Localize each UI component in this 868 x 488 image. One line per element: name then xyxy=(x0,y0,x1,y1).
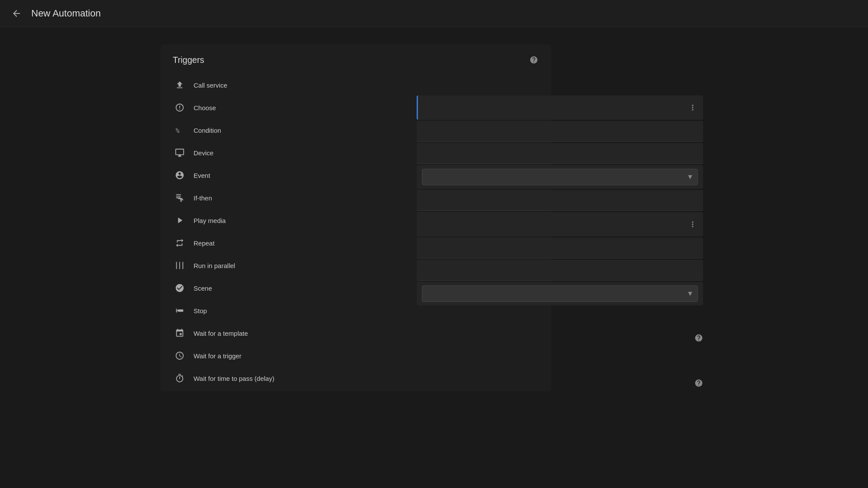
page-title: New Automation xyxy=(31,8,101,19)
right-card-1 xyxy=(417,95,703,120)
right-card-3 xyxy=(417,143,703,164)
repeat-select-wrapper: ▼ xyxy=(422,285,698,302)
run-parallel-icon xyxy=(173,259,187,272)
stop-help-icon[interactable] xyxy=(694,334,703,344)
panel-title: Triggers xyxy=(173,55,204,65)
more-icon-1[interactable] xyxy=(687,102,699,114)
right-card-4: ▼ xyxy=(417,165,703,189)
wait-trigger-help-icon[interactable] xyxy=(694,379,703,389)
help-circle-icon xyxy=(529,56,538,64)
right-card-8 xyxy=(417,260,703,281)
spacer-scene xyxy=(417,307,703,329)
back-icon xyxy=(11,8,22,19)
svg-text:%: % xyxy=(176,127,180,134)
wait-template-area xyxy=(417,352,703,374)
main-content: Triggers Call service xyxy=(0,27,868,409)
panel-help-icon[interactable] xyxy=(529,55,539,65)
if-then-icon xyxy=(173,191,187,205)
right-card-7 xyxy=(417,238,703,259)
call-service-label: Call service xyxy=(194,82,539,89)
wait-time-icon xyxy=(173,371,187,385)
stop-icon xyxy=(173,304,187,318)
repeat-icon xyxy=(173,236,187,250)
right-card-5 xyxy=(417,190,703,211)
more-icon-2[interactable] xyxy=(687,218,699,230)
right-card-6 xyxy=(417,212,703,236)
right-card-9: ▼ xyxy=(417,282,703,305)
condition-icon: % xyxy=(173,123,187,137)
wait-trigger-icon xyxy=(173,349,187,363)
scene-icon xyxy=(173,281,187,295)
right-panel: ▼ xyxy=(417,95,703,397)
wait-template-icon xyxy=(173,326,187,340)
repeat-select[interactable] xyxy=(422,285,698,302)
right-card-2 xyxy=(417,121,703,142)
device-select[interactable] xyxy=(422,169,698,185)
stop-area xyxy=(417,329,703,352)
call-service-icon xyxy=(173,78,187,92)
back-button[interactable] xyxy=(9,6,24,21)
content-area: Triggers Call service xyxy=(161,44,707,391)
panel-header: Triggers xyxy=(161,44,551,72)
wait-trigger-area xyxy=(417,374,703,397)
header: New Automation xyxy=(0,0,868,27)
device-icon xyxy=(173,146,187,160)
menu-item-call-service[interactable]: Call service xyxy=(161,74,551,96)
choose-icon xyxy=(173,101,187,115)
play-media-icon xyxy=(173,213,187,227)
event-icon xyxy=(173,168,187,182)
device-select-wrapper: ▼ xyxy=(422,169,698,185)
